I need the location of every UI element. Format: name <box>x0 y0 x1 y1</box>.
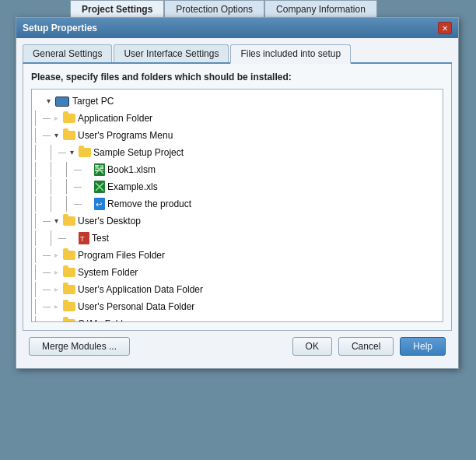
merge-modules-button[interactable]: Merge Modules ... <box>29 337 130 356</box>
setup-properties-dialog: Setup Properties ✕ General Settings User… <box>16 17 459 369</box>
node-label: Remove the product <box>107 196 191 212</box>
expand-icon[interactable]: ▸ <box>51 301 61 312</box>
folder-icon <box>63 319 75 322</box>
ok-button[interactable]: OK <box>292 337 332 356</box>
folder-icon <box>63 268 75 277</box>
node-label: User's Personal Data Folder <box>78 299 194 314</box>
tree-row[interactable]: ▸ Example.xls <box>35 178 439 195</box>
top-tab-bar: Project Settings Protection Options Comp… <box>70 0 377 18</box>
tree-row[interactable]: ▾ C:\My Folder <box>35 315 439 322</box>
folder-icon <box>63 216 75 226</box>
folder-icon <box>63 285 75 294</box>
tree-row[interactable]: ▸ ↩ Remove the product <box>35 195 439 212</box>
monitor-icon <box>55 97 69 107</box>
tree-row[interactable]: ▸ Program Files Folder <box>35 247 439 264</box>
expand-icon: ▸ <box>82 198 93 209</box>
expand-icon: ▸ <box>82 181 93 192</box>
expand-icon[interactable]: ▾ <box>51 318 61 322</box>
svg-text:T: T <box>80 235 85 243</box>
tree-row[interactable]: ▾ User's Desktop <box>35 212 439 230</box>
dialog-title: Setup Properties <box>23 23 97 33</box>
node-label: User's Programs Menu <box>78 128 173 143</box>
tree-row[interactable]: ▸ Application Folder <box>35 110 439 127</box>
excel-icon <box>94 163 105 176</box>
tree-row[interactable]: ▸ User's Application Data Folder <box>35 281 439 298</box>
expand-icon[interactable]: ▸ <box>51 284 61 295</box>
dialog-body: General Settings User Interface Settings… <box>16 38 458 368</box>
folder-icon <box>63 114 75 123</box>
node-label: Test <box>92 230 109 246</box>
expand-icon[interactable]: ▾ <box>51 130 61 141</box>
node-label: System Folder <box>78 265 138 280</box>
tree-row[interactable]: ▾ Target PC <box>35 93 439 110</box>
tab-user-interface-settings[interactable]: User Interface Settings <box>114 44 229 62</box>
instruction-label: Please, specify files and folders which … <box>31 72 443 83</box>
expand-icon[interactable]: ▾ <box>51 216 61 226</box>
svg-text:↩: ↩ <box>96 200 102 209</box>
folder-icon <box>63 251 75 260</box>
folder-icon <box>63 302 75 311</box>
dialog-action-buttons: OK Cancel Help <box>292 337 446 356</box>
tab-files-included[interactable]: Files included into setup <box>230 44 351 64</box>
close-button[interactable]: ✕ <box>438 22 452 34</box>
top-tab-company-information[interactable]: Company Information <box>264 0 377 18</box>
dialog-bottom-area: Merge Modules ... OK Cancel Help <box>23 331 452 362</box>
expand-icon: ▸ <box>82 164 93 175</box>
tree-row[interactable]: ▸ User's Personal Data Folder <box>35 298 439 315</box>
tree-row[interactable]: ▸ T Test <box>35 230 439 247</box>
node-label: Example.xls <box>107 179 158 195</box>
tab-general-settings[interactable]: General Settings <box>23 44 112 62</box>
folder-icon <box>79 148 91 157</box>
node-label: User's Application Data Folder <box>78 282 203 297</box>
top-tab-project-settings[interactable]: Project Settings <box>70 0 164 18</box>
expand-icon[interactable]: ▸ <box>51 250 61 261</box>
expand-icon[interactable]: ▾ <box>66 147 77 158</box>
node-label: Program Files Folder <box>78 248 165 263</box>
top-tab-protection-options[interactable]: Protection Options <box>164 0 264 18</box>
cancel-button[interactable]: Cancel <box>338 337 394 356</box>
uninstall-icon: ↩ <box>94 198 105 210</box>
node-label: Target PC <box>72 93 114 109</box>
tree-row[interactable]: ▸ System Folder <box>35 264 439 281</box>
file-tree[interactable]: ▾ Target PC ▸ Application Folder ▾ <box>31 89 443 322</box>
excel-icon <box>94 181 105 193</box>
inner-tab-bar: General Settings User Interface Settings… <box>23 44 452 64</box>
node-label: User's Desktop <box>78 213 141 229</box>
title-bar: Setup Properties ✕ <box>16 18 458 38</box>
node-label: C:\My Folder <box>78 316 131 322</box>
test-icon: T <box>79 232 89 244</box>
folder-icon <box>63 131 75 140</box>
expand-icon[interactable]: ▾ <box>43 96 54 107</box>
node-label: Application Folder <box>78 111 152 126</box>
tree-row[interactable]: ▸ Book1.xlsm <box>35 161 439 178</box>
expand-icon[interactable]: ▸ <box>51 267 61 278</box>
node-label: Book1.xlsm <box>107 162 156 177</box>
expand-icon: ▸ <box>66 233 77 244</box>
tab-content-files: Please, specify files and folders which … <box>23 64 452 331</box>
tree-row[interactable]: ▾ User's Programs Menu <box>35 127 439 144</box>
expand-icon[interactable]: ▸ <box>51 113 61 124</box>
tree-row[interactable]: ▾ Sample Setup Project <box>35 144 439 161</box>
title-bar-controls: ✕ <box>438 22 452 34</box>
help-button[interactable]: Help <box>400 337 446 356</box>
node-label: Sample Setup Project <box>93 145 184 160</box>
